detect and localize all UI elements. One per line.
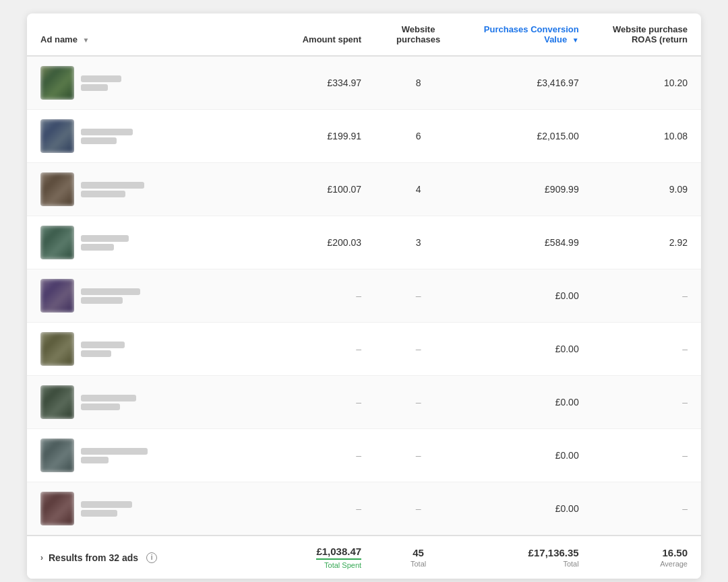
amount-spent-cell: – bbox=[259, 429, 375, 482]
website-purchases-cell: 3 bbox=[375, 216, 462, 269]
website-purchases-cell: – bbox=[375, 376, 462, 429]
roas-cell: 10.20 bbox=[593, 56, 701, 110]
footer-conversion-value: £17,136.35 bbox=[528, 547, 579, 558]
conversion-value-cell: £0.00 bbox=[462, 376, 593, 429]
footer-purchases-value: 45 bbox=[413, 547, 424, 558]
ad-name-cell bbox=[27, 376, 259, 429]
col-header-purchases-conversion-value[interactable]: Purchases Conversion Value ▼ bbox=[462, 13, 593, 56]
col-header-website-purchases[interactable]: Website purchases bbox=[375, 13, 462, 56]
roas-cell: – bbox=[593, 376, 701, 429]
ad-name-cell bbox=[27, 56, 259, 110]
conversion-value-cell: £0.00 bbox=[462, 269, 593, 323]
results-label: Results from 32 ads bbox=[49, 552, 138, 563]
roas-cell: 2.92 bbox=[593, 216, 701, 269]
ads-table: Ad name ▼ Amount spent Website purchases… bbox=[27, 13, 701, 579]
ad-name-cell bbox=[27, 163, 259, 216]
website-purchases-cell: – bbox=[375, 269, 462, 323]
ad-thumbnail bbox=[40, 439, 74, 472]
col-header-amount-spent[interactable]: Amount spent bbox=[259, 13, 375, 56]
footer-roas-cell: 16.50 Average bbox=[593, 536, 701, 579]
footer-amount-value: £1,038.47 bbox=[316, 546, 361, 560]
footer-amount-spent: £1,038.47 Total Spent bbox=[259, 536, 375, 579]
table-row: ––£0.00– bbox=[27, 323, 701, 376]
website-purchases-cell: 8 bbox=[375, 56, 462, 110]
ad-name-text bbox=[81, 340, 125, 359]
conversion-value-cell: £909.99 bbox=[462, 163, 593, 216]
ad-name-cell bbox=[27, 110, 259, 163]
conversion-value-cell: £584.99 bbox=[462, 216, 593, 269]
ad-thumbnail bbox=[40, 172, 74, 206]
ad-name-cell bbox=[27, 269, 259, 323]
footer-amount-sub: Total Spent bbox=[272, 561, 361, 569]
roas-cell: 10.08 bbox=[593, 110, 701, 163]
ad-thumbnail bbox=[40, 279, 74, 313]
roas-cell: – bbox=[593, 323, 701, 376]
ad-name-text bbox=[81, 73, 121, 93]
amount-spent-cell: – bbox=[259, 482, 375, 536]
conversion-value-cell: £0.00 bbox=[462, 482, 593, 536]
ad-thumbnail bbox=[40, 385, 74, 419]
amount-spent-cell: £334.97 bbox=[259, 56, 375, 110]
table-row: ––£0.00– bbox=[27, 482, 701, 536]
roas-cell: 9.09 bbox=[593, 163, 701, 216]
info-icon[interactable]: i bbox=[146, 552, 157, 563]
footer-purchases-cell: 45 Total bbox=[375, 536, 462, 579]
ad-thumbnail bbox=[40, 119, 74, 153]
footer-purchases-sub: Total bbox=[388, 560, 448, 568]
conversion-value-cell: £0.00 bbox=[462, 323, 593, 376]
ad-name-text bbox=[81, 446, 148, 465]
ad-thumbnail bbox=[40, 66, 74, 100]
table-row: ––£0.00– bbox=[27, 429, 701, 482]
conversion-value-cell: £0.00 bbox=[462, 429, 593, 482]
conversion-value-cell: £2,015.00 bbox=[462, 110, 593, 163]
website-purchases-cell: – bbox=[375, 323, 462, 376]
amount-spent-cell: £100.07 bbox=[259, 163, 375, 216]
ad-name-text bbox=[81, 180, 144, 199]
table-row: £100.074£909.999.09 bbox=[27, 163, 701, 216]
amount-spent-cell: £199.91 bbox=[259, 110, 375, 163]
ad-name-text bbox=[81, 286, 140, 306]
expand-icon[interactable]: › bbox=[40, 553, 43, 562]
sort-icon-ad-name: ▼ bbox=[83, 36, 90, 44]
conversion-value-cell: £3,416.97 bbox=[462, 56, 593, 110]
ad-name-cell bbox=[27, 323, 259, 376]
table-row: £200.033£584.992.92 bbox=[27, 216, 701, 269]
amount-spent-cell: – bbox=[259, 269, 375, 323]
footer-conversion-sub: Total bbox=[475, 560, 579, 568]
ad-name-text bbox=[81, 127, 133, 146]
table-row: ––£0.00– bbox=[27, 376, 701, 429]
table-row: £334.978£3,416.9710.20 bbox=[27, 56, 701, 110]
roas-cell: – bbox=[593, 429, 701, 482]
ad-thumbnail bbox=[40, 492, 74, 525]
table-container: Ad name ▼ Amount spent Website purchases… bbox=[27, 13, 701, 579]
ad-name-text bbox=[81, 393, 136, 412]
roas-cell: – bbox=[593, 269, 701, 323]
footer-ad-name-cell: › Results from 32 ads i bbox=[27, 536, 259, 579]
website-purchases-cell: – bbox=[375, 429, 462, 482]
ad-name-text bbox=[81, 499, 132, 519]
ad-name-text bbox=[81, 233, 129, 253]
ad-name-cell bbox=[27, 216, 259, 269]
table-wrapper: Ad name ▼ Amount spent Website purchases… bbox=[27, 13, 701, 579]
website-purchases-cell: – bbox=[375, 482, 462, 536]
amount-spent-cell: – bbox=[259, 376, 375, 429]
table-row: £199.916£2,015.0010.08 bbox=[27, 110, 701, 163]
ad-name-cell bbox=[27, 482, 259, 536]
website-purchases-cell: 4 bbox=[375, 163, 462, 216]
footer-roas-sub: Average bbox=[606, 560, 688, 568]
amount-spent-cell: £200.03 bbox=[259, 216, 375, 269]
ad-name-cell bbox=[27, 429, 259, 482]
col-header-roas[interactable]: Website purchase ROAS (return bbox=[593, 13, 701, 56]
ad-thumbnail bbox=[40, 226, 74, 259]
table-row: ––£0.00– bbox=[27, 269, 701, 323]
footer-conversion-cell: £17,136.35 Total bbox=[462, 536, 593, 579]
footer-row: › Results from 32 ads i £1,038.47 Total … bbox=[27, 536, 701, 579]
sort-icon-conversion: ▼ bbox=[572, 36, 579, 44]
roas-cell: – bbox=[593, 482, 701, 536]
footer-roas-value: 16.50 bbox=[662, 547, 688, 558]
col-header-ad-name[interactable]: Ad name ▼ bbox=[27, 13, 259, 56]
website-purchases-cell: 6 bbox=[375, 110, 462, 163]
ad-thumbnail bbox=[40, 332, 74, 366]
amount-spent-cell: – bbox=[259, 323, 375, 376]
